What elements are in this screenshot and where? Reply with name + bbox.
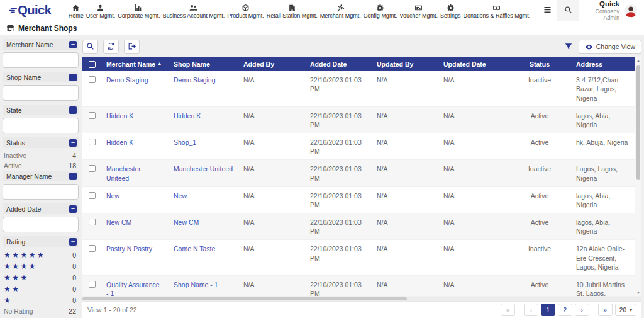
- change-view-button[interactable]: Change View: [579, 40, 641, 54]
- search-button[interactable]: [82, 40, 98, 54]
- user-account-menu[interactable]: Quick Company Admin: [579, 0, 644, 21]
- row-checkbox[interactable]: [82, 107, 101, 133]
- vertical-scrollbar-thumb[interactable]: [636, 65, 640, 180]
- page-number-button[interactable]: 2: [558, 304, 572, 316]
- shop-name-cell[interactable]: Manchester Uniteed: [169, 160, 238, 186]
- prev-page-button[interactable]: ‹: [524, 304, 538, 316]
- row-checkbox[interactable]: [82, 71, 101, 106]
- nav-item[interactable]: Home: [67, 3, 85, 19]
- status-filter-option[interactable]: Active 18: [3, 161, 79, 171]
- row-checkbox[interactable]: [82, 213, 101, 239]
- hamburger-menu-icon[interactable]: [538, 0, 557, 21]
- nav-item-label: Product Mgmt.: [227, 13, 264, 19]
- row-checkbox[interactable]: [82, 133, 101, 159]
- page-title: Merchant Shops: [18, 24, 77, 33]
- merchant-name-cell[interactable]: Pastry N Pastry: [101, 240, 169, 275]
- nav-item[interactable]: Config Mgmt.: [362, 3, 399, 19]
- table-row: New New N/A 22/10/2023 01:03 PM N/A N/A …: [82, 187, 635, 213]
- horizontal-scrollbar[interactable]: [82, 297, 641, 301]
- column-header[interactable]: Status: [508, 57, 571, 71]
- merchant-name-cell[interactable]: Quality Assurance - 1: [101, 276, 169, 296]
- shop-name-cell[interactable]: Shop_1: [169, 133, 238, 159]
- star-icons: ★: [4, 296, 12, 305]
- column-header[interactable]: Merchant Name ▲: [101, 57, 169, 71]
- export-button[interactable]: [124, 40, 140, 54]
- row-checkbox[interactable]: [82, 160, 101, 186]
- nav-item[interactable]: User Mgmt.: [85, 3, 117, 19]
- merchant-name-cell[interactable]: Hidden K: [101, 107, 169, 133]
- column-header[interactable]: Updated Date: [438, 57, 508, 71]
- main-panel: Change View Merchant Name ▲ Shop Name: [82, 39, 641, 318]
- merchant-name-cell[interactable]: Hidden K: [101, 133, 169, 159]
- rating-filter-option[interactable]: ★ 0: [3, 295, 79, 306]
- merchant-name-cell[interactable]: New CM: [101, 213, 169, 239]
- shop-name-cell[interactable]: Come N Taste: [169, 240, 238, 275]
- filter-text-input[interactable]: [3, 184, 79, 200]
- rating-option-count: 0: [72, 285, 76, 293]
- collapse-section-button[interactable]: [69, 139, 77, 147]
- status-cell: Inactive: [508, 240, 571, 275]
- nav-item[interactable]: Retail Station Mgmt.: [265, 3, 319, 19]
- scroll-up-arrow-icon[interactable]: ▲: [635, 59, 641, 62]
- merchant-name-cell[interactable]: New: [101, 187, 169, 213]
- nav-item[interactable]: Merchant Mgmt.: [319, 3, 362, 19]
- vertical-scrollbar[interactable]: ▲ ▼: [635, 57, 641, 296]
- no-rating-filter-option[interactable]: No Rating 22: [3, 306, 79, 316]
- page-number-button[interactable]: 1: [541, 304, 555, 316]
- collapse-section-button[interactable]: [69, 173, 77, 180]
- column-header[interactable]: Added Date: [305, 57, 372, 71]
- rating-filter-option[interactable]: ★★★★★ 0: [3, 249, 79, 261]
- shop-name-cell[interactable]: Hidden K: [169, 107, 238, 133]
- nav-item[interactable]: Corporate Mgmt.: [116, 3, 162, 19]
- collapse-section-button[interactable]: [69, 205, 77, 213]
- no-rating-count: 22: [69, 307, 76, 315]
- merchant-name-cell[interactable]: Manchester Uniteed: [101, 160, 169, 186]
- rating-filter-option[interactable]: ★★★★ 0: [3, 261, 79, 272]
- filter-text-input[interactable]: [3, 118, 79, 133]
- table-row: Manchester Uniteed Manchester Uniteed N/…: [82, 160, 635, 186]
- column-header[interactable]: Added By: [238, 57, 305, 71]
- row-checkbox[interactable]: [82, 276, 101, 296]
- rating-filter-option[interactable]: ★★★ 0: [3, 272, 79, 283]
- column-header[interactable]: Updated By: [372, 57, 438, 71]
- refresh-button[interactable]: [103, 40, 119, 54]
- rating-filter-option[interactable]: ★★ 0: [3, 283, 79, 295]
- next-page-button[interactable]: ›: [575, 304, 589, 316]
- app-logo[interactable]: Quick: [0, 0, 61, 21]
- export-icon: [128, 42, 136, 52]
- user-name: Quick: [579, 0, 619, 8]
- column-header[interactable]: Address: [571, 57, 635, 71]
- nav-item[interactable]: Settings: [439, 3, 462, 19]
- shop-name-cell[interactable]: New CM: [169, 213, 238, 239]
- nav-item[interactable]: Business Account Mgmt.: [162, 3, 226, 19]
- nav-item[interactable]: Donations & Raffles Mgmt.: [462, 3, 531, 19]
- horizontal-scrollbar-thumb[interactable]: [82, 297, 407, 300]
- no-rating-label: No Rating: [4, 307, 33, 315]
- last-page-button[interactable]: »: [598, 304, 613, 316]
- collapse-section-button[interactable]: [69, 41, 77, 48]
- filter-icon[interactable]: [564, 42, 573, 51]
- filter-text-input[interactable]: [3, 85, 79, 101]
- collapse-section-button[interactable]: [69, 106, 77, 114]
- shop-name-cell[interactable]: New: [169, 187, 238, 213]
- collapse-section-button[interactable]: [69, 74, 77, 81]
- scroll-down-arrow-icon[interactable]: ▼: [635, 291, 641, 295]
- global-search-button[interactable]: [557, 0, 579, 21]
- row-checkbox[interactable]: [82, 240, 101, 275]
- shop-name-cell[interactable]: Shop Name - 1: [169, 276, 238, 296]
- nav-item[interactable]: Product Mgmt.: [226, 3, 265, 19]
- column-header[interactable]: Shop Name: [169, 57, 238, 71]
- updated-by-cell: N/A: [372, 276, 438, 296]
- page-size-select[interactable]: 20: [615, 304, 636, 316]
- select-all-checkbox[interactable]: [82, 57, 101, 71]
- filter-text-input[interactable]: [3, 52, 79, 68]
- content-area: Merchant Name Shop Name State: [0, 35, 644, 318]
- shop-name-cell[interactable]: Demo Staging: [169, 71, 238, 106]
- merchant-name-cell[interactable]: Demo Staging: [101, 71, 169, 106]
- row-checkbox[interactable]: [82, 187, 101, 213]
- nav-item[interactable]: Voucher Mgmt.: [398, 3, 439, 19]
- collapse-section-button[interactable]: [69, 238, 77, 246]
- status-filter-option[interactable]: Inactive 4: [3, 150, 79, 161]
- first-page-button[interactable]: «: [501, 304, 515, 316]
- filter-text-input[interactable]: [3, 217, 79, 232]
